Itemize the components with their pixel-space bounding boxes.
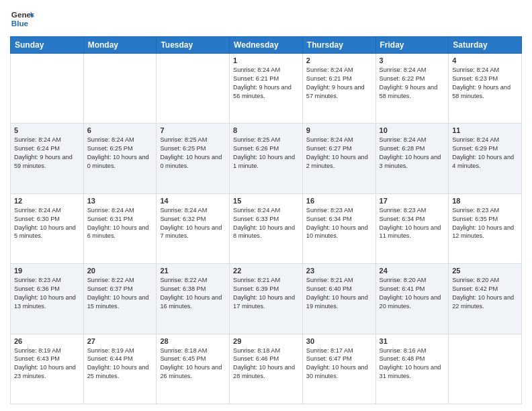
weekday-header-friday: Friday — [375, 37, 449, 54]
day-info: Sunrise: 8:20 AM Sunset: 6:42 PM Dayligh… — [452, 276, 518, 311]
calendar-cell: 22Sunrise: 8:21 AM Sunset: 6:39 PM Dayli… — [230, 264, 303, 334]
calendar-cell: 7Sunrise: 8:25 AM Sunset: 6:25 PM Daylig… — [157, 124, 230, 193]
calendar-cell: 31Sunrise: 8:16 AM Sunset: 6:48 PM Dayli… — [375, 334, 449, 404]
day-info: Sunrise: 8:19 AM Sunset: 6:43 PM Dayligh… — [14, 347, 80, 381]
calendar-table: SundayMondayTuesdayWednesdayThursdayFrid… — [10, 36, 522, 404]
calendar-week-5: 26Sunrise: 8:19 AM Sunset: 6:43 PM Dayli… — [11, 334, 522, 404]
day-info: Sunrise: 8:24 AM Sunset: 6:30 PM Dayligh… — [14, 206, 80, 241]
day-info: Sunrise: 8:22 AM Sunset: 6:38 PM Dayligh… — [160, 276, 226, 311]
day-info: Sunrise: 8:24 AM Sunset: 6:32 PM Dayligh… — [160, 206, 226, 241]
day-number: 2 — [306, 56, 372, 64]
day-number: 5 — [14, 126, 80, 134]
calendar-cell — [449, 334, 522, 404]
calendar-cell: 21Sunrise: 8:22 AM Sunset: 6:38 PM Dayli… — [157, 264, 230, 334]
day-number: 22 — [233, 267, 299, 275]
day-number: 14 — [160, 197, 226, 205]
day-number: 24 — [380, 267, 445, 275]
calendar-cell — [83, 54, 157, 124]
day-number: 10 — [380, 126, 445, 134]
day-info: Sunrise: 8:18 AM Sunset: 6:45 PM Dayligh… — [160, 347, 226, 381]
day-number: 28 — [160, 337, 226, 345]
calendar-cell: 25Sunrise: 8:20 AM Sunset: 6:42 PM Dayli… — [449, 264, 522, 334]
day-info: Sunrise: 8:18 AM Sunset: 6:46 PM Dayligh… — [233, 347, 299, 381]
day-number: 3 — [380, 56, 445, 64]
day-number: 25 — [452, 267, 518, 275]
logo: General Blue — [10, 7, 34, 31]
svg-text:Blue: Blue — [11, 19, 29, 28]
day-number: 12 — [14, 197, 80, 205]
calendar-cell — [11, 54, 84, 124]
day-info: Sunrise: 8:24 AM Sunset: 6:21 PM Dayligh… — [306, 66, 372, 101]
calendar-cell: 28Sunrise: 8:18 AM Sunset: 6:45 PM Dayli… — [157, 334, 230, 404]
calendar-cell: 17Sunrise: 8:23 AM Sunset: 6:34 PM Dayli… — [375, 193, 449, 263]
day-number: 4 — [452, 56, 518, 64]
calendar-cell: 29Sunrise: 8:18 AM Sunset: 6:46 PM Dayli… — [230, 334, 303, 404]
calendar-cell: 20Sunrise: 8:22 AM Sunset: 6:37 PM Dayli… — [83, 264, 157, 334]
calendar-week-4: 19Sunrise: 8:23 AM Sunset: 6:36 PM Dayli… — [11, 264, 522, 334]
day-info: Sunrise: 8:16 AM Sunset: 6:48 PM Dayligh… — [380, 347, 445, 381]
day-info: Sunrise: 8:23 AM Sunset: 6:35 PM Dayligh… — [452, 206, 518, 241]
day-number: 19 — [14, 267, 80, 275]
day-number: 23 — [306, 267, 372, 275]
calendar-week-2: 5Sunrise: 8:24 AM Sunset: 6:24 PM Daylig… — [11, 124, 522, 193]
day-number: 31 — [380, 337, 445, 345]
calendar-cell: 15Sunrise: 8:24 AM Sunset: 6:33 PM Dayli… — [230, 193, 303, 263]
day-info: Sunrise: 8:22 AM Sunset: 6:37 PM Dayligh… — [87, 276, 153, 311]
day-number: 11 — [452, 126, 518, 134]
day-info: Sunrise: 8:19 AM Sunset: 6:44 PM Dayligh… — [87, 347, 153, 381]
day-number: 9 — [306, 126, 372, 134]
calendar-cell: 18Sunrise: 8:23 AM Sunset: 6:35 PM Dayli… — [449, 193, 522, 263]
day-number: 15 — [233, 197, 299, 205]
day-info: Sunrise: 8:25 AM Sunset: 6:26 PM Dayligh… — [233, 136, 299, 171]
day-info: Sunrise: 8:24 AM Sunset: 6:25 PM Dayligh… — [87, 136, 153, 171]
calendar-cell: 13Sunrise: 8:24 AM Sunset: 6:31 PM Dayli… — [83, 193, 157, 263]
weekday-header-wednesday: Wednesday — [230, 37, 303, 54]
day-number: 29 — [233, 337, 299, 345]
day-info: Sunrise: 8:23 AM Sunset: 6:36 PM Dayligh… — [14, 276, 80, 311]
calendar-cell: 4Sunrise: 8:24 AM Sunset: 6:23 PM Daylig… — [449, 54, 522, 124]
calendar-cell: 9Sunrise: 8:24 AM Sunset: 6:27 PM Daylig… — [302, 124, 375, 193]
day-number: 27 — [87, 337, 153, 345]
day-info: Sunrise: 8:24 AM Sunset: 6:31 PM Dayligh… — [87, 206, 153, 241]
calendar-cell: 3Sunrise: 8:24 AM Sunset: 6:22 PM Daylig… — [375, 54, 449, 124]
calendar-cell: 12Sunrise: 8:24 AM Sunset: 6:30 PM Dayli… — [11, 193, 84, 263]
calendar-cell: 14Sunrise: 8:24 AM Sunset: 6:32 PM Dayli… — [157, 193, 230, 263]
logo-icon: General Blue — [10, 7, 34, 31]
calendar-cell: 23Sunrise: 8:21 AM Sunset: 6:40 PM Dayli… — [302, 264, 375, 334]
weekday-header-monday: Monday — [83, 37, 157, 54]
day-number: 7 — [160, 126, 226, 134]
header: General Blue — [10, 7, 522, 31]
day-number: 1 — [233, 56, 299, 64]
day-number: 16 — [306, 197, 372, 205]
day-info: Sunrise: 8:23 AM Sunset: 6:34 PM Dayligh… — [380, 206, 445, 241]
day-info: Sunrise: 8:25 AM Sunset: 6:25 PM Dayligh… — [160, 136, 226, 171]
weekday-header-tuesday: Tuesday — [157, 37, 230, 54]
day-info: Sunrise: 8:17 AM Sunset: 6:47 PM Dayligh… — [306, 347, 372, 381]
day-number: 30 — [306, 337, 372, 345]
calendar-cell: 11Sunrise: 8:24 AM Sunset: 6:29 PM Dayli… — [449, 124, 522, 193]
calendar-cell: 2Sunrise: 8:24 AM Sunset: 6:21 PM Daylig… — [302, 54, 375, 124]
day-info: Sunrise: 8:21 AM Sunset: 6:39 PM Dayligh… — [233, 276, 299, 311]
day-info: Sunrise: 8:24 AM Sunset: 6:24 PM Dayligh… — [14, 136, 80, 171]
day-info: Sunrise: 8:20 AM Sunset: 6:41 PM Dayligh… — [380, 276, 445, 311]
day-info: Sunrise: 8:24 AM Sunset: 6:23 PM Dayligh… — [452, 66, 518, 101]
calendar-cell: 24Sunrise: 8:20 AM Sunset: 6:41 PM Dayli… — [375, 264, 449, 334]
calendar-cell: 6Sunrise: 8:24 AM Sunset: 6:25 PM Daylig… — [83, 124, 157, 193]
day-number: 26 — [14, 337, 80, 345]
calendar-cell: 26Sunrise: 8:19 AM Sunset: 6:43 PM Dayli… — [11, 334, 84, 404]
weekday-header-thursday: Thursday — [302, 37, 375, 54]
day-number: 18 — [452, 197, 518, 205]
weekday-header-row: SundayMondayTuesdayWednesdayThursdayFrid… — [11, 37, 522, 54]
calendar-cell: 8Sunrise: 8:25 AM Sunset: 6:26 PM Daylig… — [230, 124, 303, 193]
day-number: 8 — [233, 126, 299, 134]
day-info: Sunrise: 8:24 AM Sunset: 6:33 PM Dayligh… — [233, 206, 299, 241]
calendar-cell: 27Sunrise: 8:19 AM Sunset: 6:44 PM Dayli… — [83, 334, 157, 404]
day-number: 21 — [160, 267, 226, 275]
calendar-week-3: 12Sunrise: 8:24 AM Sunset: 6:30 PM Dayli… — [11, 193, 522, 263]
day-number: 17 — [380, 197, 445, 205]
day-info: Sunrise: 8:21 AM Sunset: 6:40 PM Dayligh… — [306, 276, 372, 311]
calendar-cell: 10Sunrise: 8:24 AM Sunset: 6:28 PM Dayli… — [375, 124, 449, 193]
calendar-cell: 1Sunrise: 8:24 AM Sunset: 6:21 PM Daylig… — [230, 54, 303, 124]
page: General Blue SundayMondayTuesdayWednesda… — [0, 0, 532, 411]
day-info: Sunrise: 8:24 AM Sunset: 6:28 PM Dayligh… — [380, 136, 445, 171]
